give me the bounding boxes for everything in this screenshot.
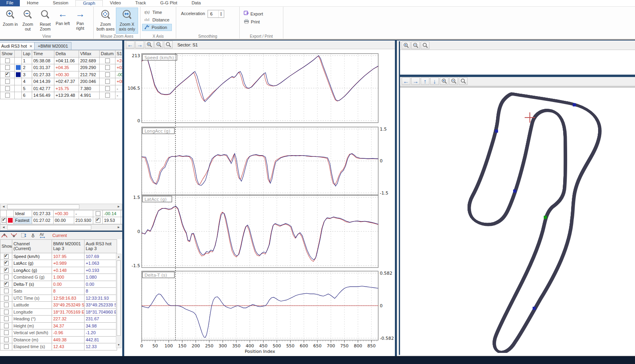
zoom-out-button[interactable]: Zoom out [19,8,37,34]
channel-row[interactable]: Height (m)34.3734.98 [0,322,117,329]
channel-show-checkbox[interactable] [4,316,9,321]
lap-datum-checkbox[interactable] [105,58,110,63]
lap-show-checkbox[interactable] [5,58,10,63]
channel-show-checkbox[interactable] [4,282,9,287]
channel-row[interactable]: Speed (km/h)107.95107.69 [0,253,117,260]
channel-show-checkbox[interactable] [4,344,9,349]
channel-show-checkbox[interactable] [4,330,9,335]
close-tab-icon[interactable]: ✕ [29,44,33,48]
lap-datum-checkbox[interactable] [105,79,110,84]
tab-file[interactable]: File [0,0,20,6]
scroll-up-icon[interactable]: ▲ [116,254,121,260]
x-axis-time-option[interactable]: t(s) Time [142,9,172,16]
spinner-down-icon[interactable]: ▼ [219,14,224,16]
channel-show-checkbox[interactable] [4,302,9,307]
lap-show-checkbox[interactable] [5,65,10,70]
summary-hscrollbar[interactable]: ◄► [0,224,122,231]
session-tab-bmw[interactable]: +BMW M20001 [34,42,71,50]
channel-row[interactable]: Latitude33°49.253249 S33°49.252339 S [0,302,117,309]
scroll-down-icon[interactable]: ▼ [116,342,121,348]
channel-row[interactable]: Longitude18°31.705169 E18°31.704960 E [0,308,117,316]
x-axis-position-option[interactable]: Position [142,24,172,31]
scroll-left-icon[interactable]: ◄ [0,205,7,208]
lap-datum-checkbox[interactable] [105,65,110,70]
scroll-thumb[interactable] [7,204,79,209]
channel-show-checkbox[interactable] [4,254,9,259]
summary-datum-checkbox[interactable] [96,211,100,216]
export-button[interactable]: Export [241,10,266,17]
channel-vscrollbar[interactable]: ▲ ▼ [116,254,121,348]
track-pan-left-button[interactable]: ← [402,77,410,85]
channel-row[interactable]: Heading (°)227.32231.67 [0,316,117,323]
pan-left-button[interactable]: ← Pan left [54,8,71,34]
gg-zoom-out-button[interactable] [411,42,420,49]
lap-show-checkbox[interactable] [5,93,10,98]
graph-zoom-out-button[interactable] [154,41,163,48]
graph-forward-button[interactable]: → [135,41,144,48]
track-pan-up-button[interactable]: ↑ [421,77,429,85]
channel-show-checkbox[interactable] [4,268,9,273]
lap-show-checkbox[interactable] [5,86,10,91]
acceleration-spinner[interactable]: 6 ▲▼ [208,10,224,18]
track-zoom-out-button[interactable] [449,77,458,85]
lap-row[interactable]: 301:27.33+00.30212.792-00.14+0 [0,71,123,78]
spinner-arrows[interactable]: ▲▼ [218,10,224,17]
lap-row[interactable]: 614:56.49+13:29.484.991- [0,92,123,99]
channel-row[interactable]: Sats88 [0,288,117,295]
lap-hscrollbar[interactable]: ◄► [0,204,122,210]
tab-gg-plot[interactable]: G-G Plot [153,0,185,6]
gg-zoom-in-button[interactable] [402,42,410,49]
channel-show-checkbox[interactable] [4,275,9,279]
channel-row[interactable]: UTC Time (s)12:58:16.8312:33:31.93 [0,295,117,302]
lap-show-checkbox[interactable] [5,72,10,77]
channel-row[interactable]: Vertical vel (km/h)-0.96-1.20 [0,329,117,337]
tab-home[interactable]: Home [20,0,46,6]
track-zoom-box-button[interactable] [459,77,468,85]
channel-row[interactable]: LongAcc (g)+0.148+0.193 [0,267,117,274]
lap-datum-checkbox[interactable] [105,72,110,77]
track-map[interactable] [400,87,635,353]
lap-datum-checkbox[interactable] [105,86,110,91]
zoom-x-axis-only-button[interactable]: Zoom X axis only [116,8,138,34]
print-button[interactable]: Print [241,18,266,25]
lap-row[interactable]: 501:42.77+15.757.380- [0,85,123,92]
channel-show-checkbox[interactable] [4,337,9,342]
scroll-thumb[interactable] [117,260,121,336]
lap-row[interactable]: 404:14.39+02:47.37200.046+08.19+0 [0,78,123,85]
zoom-in-button[interactable]: Zoom in [2,8,19,34]
scroll-thumb[interactable] [7,225,91,230]
lap-row[interactable]: 201:31.37+04.35209.290+03.00+0 [0,64,123,71]
summary-row[interactable]: Ideal01:27.33+00.30--00.14+00.00+0 [0,210,123,217]
scroll-right-icon[interactable]: ► [115,225,122,229]
peak-icon[interactable] [1,232,8,239]
valley-icon[interactable] [10,232,17,239]
graph-back-button[interactable]: ← [126,41,135,48]
channel-row[interactable]: Elapsed time (s)12.4312.33 [0,343,117,351]
channel-show-checkbox[interactable] [4,261,9,266]
tab-session[interactable]: Session [46,0,75,6]
scroll-right-icon[interactable]: ► [115,205,122,208]
channel-show-checkbox[interactable] [4,296,9,300]
track-zoom-in-button[interactable] [440,77,448,85]
telemetry-charts[interactable]: 213106.50Speed (km/h)1.50-1.5LongAcc (g)… [124,49,394,355]
channel-row[interactable]: Delta-T (s)0.000.00 [0,281,117,288]
graph-zoom-box-button[interactable] [164,41,173,48]
summary-show-checkbox[interactable] [2,218,6,223]
summary-datum-checkbox[interactable] [96,218,100,223]
lap-show-checkbox[interactable] [5,79,10,84]
tab-graph[interactable]: Graph [75,0,103,6]
gg-zoom-box-button[interactable] [421,42,429,49]
channel-show-checkbox[interactable] [4,310,9,314]
track-pan-down-button[interactable]: ↓ [430,77,439,85]
fit-vertical-icon[interactable] [20,232,27,239]
graph-zoom-in-button[interactable] [145,41,154,48]
x-axis-distance-option[interactable]: ılıl Distance [142,16,172,23]
tab-video[interactable]: Video [103,0,128,6]
zoom-both-axes-button[interactable]: Zoom both axes [95,8,116,34]
channel-show-checkbox[interactable] [4,324,9,328]
average-icon[interactable]: AV [39,232,46,239]
delta-icon[interactable]: δ [29,232,37,239]
summary-row[interactable]: Fastest01:27.0200.00210.93019.5335.484 [0,217,123,224]
scroll-left-icon[interactable]: ◄ [0,225,7,229]
tab-track[interactable]: Track [128,0,153,6]
